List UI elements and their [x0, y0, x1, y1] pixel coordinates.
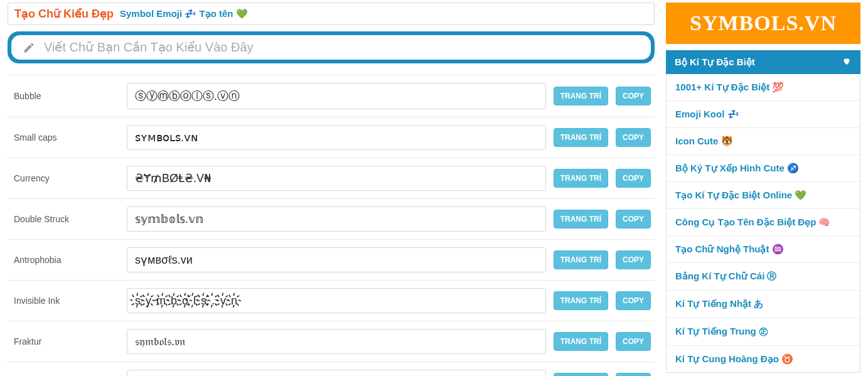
- copy-button[interactable]: COPY: [616, 291, 651, 310]
- style-output[interactable]: 𝔰𝔶𝔪𝔟𝔬𝔩𝔰.𝔳𝔫: [127, 329, 546, 354]
- style-row: Double Struck𝕤𝕪𝕞𝕓𝕠𝕝𝕤.𝕧𝕟TRANG TRÍCOPY: [8, 198, 655, 239]
- decorate-button[interactable]: TRANG TRÍ: [554, 373, 608, 376]
- decorate-button[interactable]: TRANG TRÍ: [554, 87, 608, 105]
- style-output[interactable]: 𝕤𝕪𝕞𝕓𝕠𝕝𝕤.𝕧𝕟: [127, 207, 546, 232]
- style-label: Fraktur: [14, 336, 119, 346]
- sidebar-item[interactable]: Kí Tự Tiếng Nhật あ: [667, 291, 860, 318]
- copy-button[interactable]: COPY: [616, 250, 651, 269]
- style-row: Antrophobiasүмвσℓs.vиTRANG TRÍCOPY: [8, 239, 655, 280]
- copy-button[interactable]: COPY: [616, 128, 651, 147]
- decorate-button[interactable]: TRANG TRÍ: [554, 128, 608, 147]
- style-row: Bold Fraktur𝖘𝖞𝖒𝖇𝖔𝖑𝖘.𝖛𝖓TRANG TRÍCOPY: [8, 362, 655, 376]
- style-output[interactable]: s҉y҉m҉b҉o҉l҉s҉.҉v҉n҉: [127, 288, 546, 313]
- style-label: Currency: [14, 173, 119, 183]
- sidebar-panel-title: Bộ Kí Tự Đặc Biệt: [675, 56, 755, 68]
- sidebar-item[interactable]: Bộ Ký Tự Xếp Hình Cute ♐: [667, 155, 860, 182]
- decorate-button[interactable]: TRANG TRÍ: [554, 169, 608, 188]
- sidebar-panel-body: 1001+ Kí Tự Đặc Biệt 💯Emoji Kool 💤Icon C…: [666, 74, 860, 373]
- sidebar-item[interactable]: Tạo Chữ Nghệ Thuật ♒: [667, 236, 860, 263]
- page-subtitle: Symbol Emoji 💤 Tạo tên 💚: [120, 8, 248, 19]
- decorate-button[interactable]: TRANG TRÍ: [554, 291, 608, 310]
- style-output[interactable]: ⓢⓨⓜⓑⓞⓛⓢ.ⓥⓝ: [127, 83, 546, 109]
- style-row: Fraktur𝔰𝔶𝔪𝔟𝔬𝔩𝔰.𝔳𝔫TRANG TRÍCOPY: [8, 321, 655, 362]
- style-row: Currency₴Ɏ₥ΒØⱠ₴.V₦TRANG TRÍCOPY: [8, 158, 655, 198]
- copy-button[interactable]: COPY: [616, 87, 651, 105]
- chevron-down-icon: [842, 57, 852, 68]
- copy-button[interactable]: COPY: [616, 332, 651, 351]
- sidebar-item[interactable]: 1001+ Kí Tự Đặc Biệt 💯: [667, 74, 860, 101]
- style-label: Small caps: [14, 132, 119, 142]
- style-row: Invisible Inks҉y҉m҉b҉o҉l҉s҉.҉v҉n҉TRANG T…: [8, 280, 655, 321]
- sidebar-panel-header[interactable]: Bộ Kí Tự Đặc Biệt: [666, 50, 860, 74]
- style-label: Double Struck: [14, 214, 119, 224]
- sidebar-item[interactable]: Bảng Kí Tự Chữ Cái Ⓡ: [667, 263, 860, 291]
- header-bar: Tạo Chữ Kiểu Đẹp Symbol Emoji 💤 Tạo tên …: [8, 3, 655, 25]
- sidebar-item[interactable]: Tạo Kí Tự Đặc Biệt Online 💚: [667, 182, 860, 209]
- style-row: Small capsꜱʏᴍʙᴏʟꜱ.ᴠɴTRANG TRÍCOPY: [8, 117, 655, 158]
- decorate-button[interactable]: TRANG TRÍ: [554, 332, 608, 351]
- sidebar-item[interactable]: Icon Cute 🐯: [667, 128, 860, 155]
- copy-button[interactable]: COPY: [616, 210, 651, 228]
- sidebar-item[interactable]: Emoji Kool 💤: [667, 101, 860, 128]
- style-label: Antrophobia: [14, 255, 119, 265]
- styles-list: Bubbleⓢⓨⓜⓑⓞⓛⓢ.ⓥⓝTRANG TRÍCOPYSmall capsꜱ…: [8, 75, 655, 376]
- decorate-button[interactable]: TRANG TRÍ: [554, 250, 608, 269]
- style-label: Invisible Ink: [14, 296, 119, 306]
- style-output[interactable]: ꜱʏᴍʙᴏʟꜱ.ᴠɴ: [127, 125, 546, 150]
- pencil-icon: [21, 41, 36, 54]
- sidebar-item[interactable]: Kí Tự Cung Hoàng Đạo ♉: [667, 346, 860, 372]
- main-text-input[interactable]: [44, 40, 641, 55]
- page-title: Tạo Chữ Kiểu Đẹp: [14, 7, 114, 21]
- style-output[interactable]: ₴Ɏ₥ΒØⱠ₴.V₦: [127, 166, 546, 191]
- style-row: Bubbleⓢⓨⓜⓑⓞⓛⓢ.ⓥⓝTRANG TRÍCOPY: [8, 75, 655, 117]
- copy-button[interactable]: COPY: [616, 373, 651, 376]
- input-container: [8, 31, 655, 63]
- style-output[interactable]: 𝖘𝖞𝖒𝖇𝖔𝖑𝖘.𝖛𝖓: [127, 370, 546, 376]
- sidebar-item[interactable]: Kí Tự Tiếng Trung ㊣: [667, 318, 860, 346]
- copy-button[interactable]: COPY: [616, 169, 651, 188]
- style-output[interactable]: sүмвσℓs.vи: [127, 247, 546, 272]
- sidebar-item[interactable]: Công Cụ Tạo Tên Đặc Biệt Đẹp 🧠: [667, 209, 860, 236]
- decorate-button[interactable]: TRANG TRÍ: [554, 210, 608, 228]
- style-label: Bubble: [14, 91, 119, 101]
- site-logo: SYMBOLS.VN: [666, 3, 860, 44]
